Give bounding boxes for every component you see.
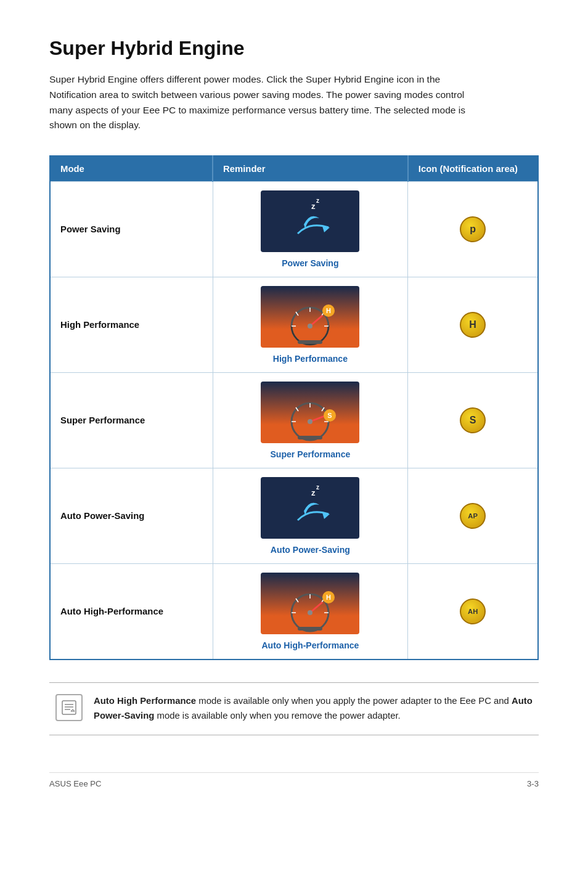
reminder-cell: z z Auto Power-Saving	[213, 468, 408, 564]
svg-text:S: S	[328, 412, 332, 419]
reminder-label: Auto Power-Saving	[271, 545, 350, 555]
icon-cell: AH	[408, 564, 538, 660]
svg-rect-43	[62, 701, 76, 714]
svg-rect-42	[298, 627, 322, 631]
reminder-cell: H High Performance	[213, 277, 408, 373]
table-row: Power Saving z z Power Savingp	[50, 182, 538, 277]
svg-rect-31	[261, 573, 359, 634]
reminder-cell: S Super Performance	[213, 373, 408, 468]
mode-cell: Super Performance	[50, 373, 213, 468]
col-header-icon: Icon (Notification area)	[408, 156, 538, 182]
reminder-box: S Super Performance	[223, 382, 398, 459]
reminder-box: z z Auto Power-Saving	[223, 477, 398, 555]
svg-text:z: z	[311, 488, 316, 497]
svg-rect-3	[261, 286, 359, 348]
reminder-label: Super Performance	[270, 449, 350, 459]
note-text: Auto High Performance mode is available …	[94, 694, 533, 724]
page-footer: ASUS Eee PC 3-3	[49, 772, 539, 788]
reminder-cell: z z Power Saving	[213, 182, 408, 277]
note-text2: mode is available only when you remove t…	[154, 711, 400, 721]
footer-right: 3-3	[527, 779, 539, 788]
col-header-reminder: Reminder	[213, 156, 408, 182]
svg-text:z: z	[316, 484, 319, 491]
svg-rect-16	[261, 382, 359, 443]
mode-cell: Power Saving	[50, 182, 213, 277]
reminder-box: z z Power Saving	[223, 190, 398, 268]
svg-rect-15	[298, 340, 322, 344]
svg-point-24	[308, 419, 312, 424]
intro-text: Super Hybrid Engine offers different pow…	[49, 72, 481, 133]
svg-point-39	[308, 610, 312, 615]
note-icon	[55, 694, 83, 721]
mode-cell: Auto Power-Saving	[50, 468, 213, 564]
svg-text:H: H	[326, 307, 331, 314]
note-bold1: Auto High Performance	[94, 696, 196, 706]
note-text1: mode is available only when you apply th…	[196, 696, 512, 706]
col-header-mode: Mode	[50, 156, 213, 182]
icon-cell: AP	[408, 468, 538, 564]
svg-point-12	[308, 324, 312, 329]
reminder-label: Power Saving	[282, 258, 338, 268]
note-box: Auto High Performance mode is available …	[49, 682, 539, 735]
svg-rect-0	[261, 190, 359, 252]
reminder-cell: H Auto High-Performance	[213, 564, 408, 660]
reminder-box: H Auto High-Performance	[223, 573, 398, 650]
icon-cell: p	[408, 182, 538, 277]
mode-cell: High Performance	[50, 277, 213, 373]
reminder-box: H High Performance	[223, 286, 398, 364]
mode-cell: Auto High-Performance	[50, 564, 213, 660]
svg-text:z: z	[311, 202, 316, 211]
table-row: Auto High-Performance H Auto High-Perfor…	[50, 564, 538, 660]
svg-rect-28	[261, 477, 359, 539]
table-row: Super Performance S Super PerformanceS	[50, 373, 538, 468]
icon-cell: H	[408, 277, 538, 373]
svg-rect-27	[298, 436, 322, 439]
table-row: Auto Power-Saving z z Auto Power-SavingA…	[50, 468, 538, 564]
page-title: Super Hybrid Engine	[49, 37, 539, 60]
footer-left: ASUS Eee PC	[49, 779, 102, 788]
reminder-label: High Performance	[273, 354, 348, 364]
power-modes-table: Mode Reminder Icon (Notification area) P…	[49, 155, 539, 660]
icon-cell: S	[408, 373, 538, 468]
svg-text:H: H	[326, 594, 331, 601]
table-row: High Performance H High PerformanceH	[50, 277, 538, 373]
svg-text:z: z	[316, 197, 319, 204]
reminder-label: Auto High-Performance	[261, 640, 359, 650]
